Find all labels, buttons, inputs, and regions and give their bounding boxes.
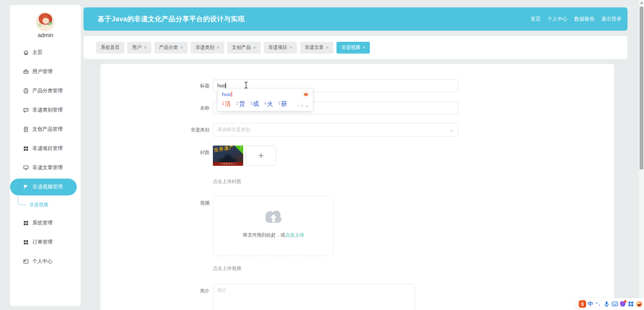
skin-icon[interactable] [619, 300, 627, 308]
card-icon [23, 258, 29, 265]
header-link-logout[interactable]: 退出登录 [601, 16, 621, 22]
close-icon[interactable]: × [144, 45, 147, 50]
candidate-char: 获 [281, 100, 287, 107]
close-icon[interactable]: × [180, 45, 183, 50]
sidebar-item-home[interactable]: 主页 [10, 43, 81, 62]
ime-candidate-2[interactable]: 2货 [236, 100, 245, 108]
tab-heritage-video[interactable]: 非遗视频 × [336, 42, 370, 54]
keyboard-icon[interactable] [611, 300, 619, 308]
tab-heritage-project[interactable]: 非遗项目 × [264, 42, 297, 54]
sogou-logo-icon[interactable]: S [578, 300, 586, 308]
candidate-index: 3 [250, 101, 252, 106]
sidebar-item-profile[interactable]: 个人中心 [10, 252, 81, 271]
sogou-logo-text: S [579, 300, 586, 308]
intro-label: 简介 [100, 285, 210, 297]
ime-toolbar: S 中 °， [576, 298, 644, 310]
category-label: 非遗类别 [100, 123, 210, 136]
tab-heritage-category[interactable]: 非遗类别 × [191, 42, 224, 54]
ime-prev-page-icon[interactable]: ‹ [297, 103, 299, 108]
ime-assistant-icon[interactable] [302, 91, 309, 97]
scroll-up-arrow-icon[interactable] [640, 2, 643, 4]
sidebar-item-label: 主页 [32, 49, 42, 56]
candidate-char: 火 [267, 100, 273, 107]
sidebar-item-heritage-category[interactable]: 非遗类别管理 [10, 100, 81, 120]
cover-thumb-subtext: —中国最美名片— [213, 162, 243, 166]
header-link-home[interactable]: 首页 [530, 16, 541, 22]
sidebar-item-label: 系统管理 [32, 220, 53, 226]
sidebar-item-heritage-project[interactable]: 非遗项目管理 [10, 139, 81, 158]
name-label: 名称 [100, 101, 210, 114]
check-icon: ✓ [240, 146, 243, 149]
candidate-index: 2 [236, 101, 238, 106]
ime-caret [231, 92, 232, 97]
close-icon[interactable]: × [290, 45, 292, 50]
tab-cultural-product[interactable]: 文创产品 × [227, 42, 261, 54]
video-label: 视频 [100, 197, 210, 209]
cover-thumb-text: 世界遗产 [214, 146, 234, 154]
ime-candidate-5[interactable]: 5获 [278, 100, 287, 108]
header-link-backup[interactable]: 数据备份 [574, 16, 594, 22]
ime-candidate-4[interactable]: 4火 [264, 100, 273, 108]
dropzone-upload-link[interactable]: 点击上传 [285, 232, 304, 238]
sidebar-item-label: 非遗视频管理 [32, 184, 63, 190]
close-icon[interactable]: × [253, 45, 256, 50]
sidebar-item-product-category[interactable]: 产品分类管理 [10, 81, 81, 100]
sidebar-item-cultural-product[interactable]: 文创产品管理 [10, 120, 81, 139]
home-icon [23, 50, 29, 56]
sidebar-item-label: 非遗类别管理 [32, 107, 63, 113]
ime-candidate-1[interactable]: 1活 [222, 100, 231, 108]
ime-composition: huo [222, 91, 231, 97]
candidate-char: 或 [253, 100, 259, 107]
scrollbar-thumb[interactable] [640, 7, 643, 169]
close-icon[interactable]: × [362, 45, 365, 50]
sidebar-item-label: 文创产品管理 [32, 126, 63, 132]
ime-next-page-icon[interactable]: › [301, 103, 303, 108]
sidebar-item-label: 非遗文章管理 [32, 164, 63, 171]
sidebar-item-label: 产品分类管理 [32, 88, 63, 94]
tab-bar: 系统首页 用户 × 产品分类 × 非遗类别 × 文创产品 × 非遗项目 × [84, 36, 627, 59]
chinese-mode-icon[interactable]: 中 [586, 300, 594, 308]
close-icon[interactable]: × [217, 45, 219, 50]
sidebar-subitem-heritage-video[interactable]: 非遗视频 [10, 196, 81, 213]
avatar[interactable] [36, 12, 55, 31]
intro-textarea[interactable]: 简介 [213, 284, 415, 310]
candidate-index: 5 [278, 101, 281, 106]
punctuation-mode-icon[interactable]: °， [594, 300, 603, 308]
tab-label: 文创产品 [232, 44, 251, 51]
video-dropzone[interactable]: 将文件拖到此处，或点击上传 [213, 196, 334, 256]
tab-label: 用户 [132, 44, 141, 51]
upload-cloud-icon [262, 208, 285, 225]
sidebar-item-orders[interactable]: 订单管理 [10, 232, 81, 252]
tab-product-category[interactable]: 产品分类 × [154, 42, 188, 54]
cover-thumb-art [218, 153, 238, 162]
cover-upload-button[interactable]: + [246, 146, 276, 166]
toolbox-icon[interactable] [627, 300, 635, 308]
microphone-icon[interactable] [603, 300, 611, 308]
tab-label: 非遗类别 [195, 44, 214, 51]
dropzone-text: 将文件拖到此处，或 [243, 232, 285, 238]
tab-label: 非遗文章 [305, 44, 324, 51]
sidebar-item-users[interactable]: 用户管理 [10, 62, 81, 81]
ime-expand-icon[interactable]: ⌄ [305, 103, 309, 108]
close-icon[interactable]: × [326, 45, 329, 50]
screen: admin 主页 用户管理 产品分类管理 [0, 0, 644, 310]
tab-heritage-article[interactable]: 非遗文章 × [300, 42, 333, 54]
sidebar-item-heritage-video[interactable]: 非遗视频管理 [10, 179, 77, 195]
cover-upload-hint: 点击上传封面 [213, 179, 241, 185]
briefcase-icon [23, 69, 29, 75]
ime-candidate-3[interactable]: 3或 [250, 100, 259, 108]
tab-system-home[interactable]: 系统首页 [96, 42, 124, 54]
header-link-profile[interactable]: 个人中心 [547, 16, 568, 22]
sidebar-item-heritage-article[interactable]: 非遗文章管理 [10, 158, 81, 177]
flag-icon [23, 184, 29, 190]
emoji-icon[interactable] [635, 300, 643, 308]
sidebar-item-label: 非遗项目管理 [32, 145, 63, 152]
category-select[interactable]: 请选择非遗类别 ⌄ [213, 123, 458, 136]
candidate-index: 1 [222, 101, 224, 106]
page-scrollbar[interactable] [639, 0, 644, 310]
avatar-art [48, 22, 53, 25]
tab-users[interactable]: 用户 × [127, 42, 151, 54]
sidebar-item-system[interactable]: 系统管理 [10, 213, 81, 232]
sidebar-item-label: 个人中心 [32, 258, 53, 265]
cover-thumbnail[interactable]: 世界遗产 —中国最美名片— ✓ [213, 146, 243, 166]
